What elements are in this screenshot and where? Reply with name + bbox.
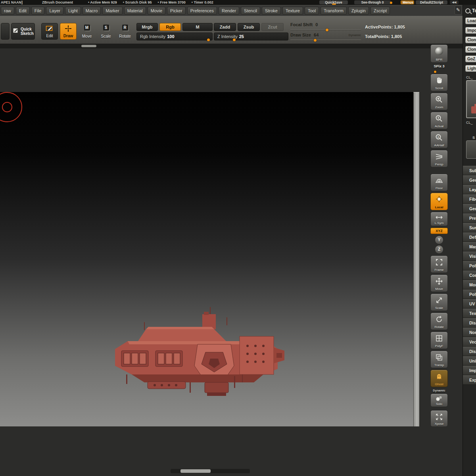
tool-panel-button[interactable]: Clone [465, 36, 476, 43]
menu-item[interactable]: Layer [46, 7, 63, 15]
tool-section-header[interactable]: Import [463, 366, 476, 375]
slider-handle[interactable] [434, 71, 436, 73]
model-spaceship[interactable] [108, 306, 286, 399]
tool-section-header[interactable]: FiberMesh [463, 194, 476, 204]
document-canvas[interactable] [0, 92, 413, 426]
draw-size-slider[interactable]: Draw Size 64 Dynamic [290, 33, 361, 40]
draw-mode-button[interactable]: Draw [60, 23, 77, 40]
tool-section-header[interactable]: Geometry [463, 175, 476, 185]
move-tool-button[interactable]: Move [430, 274, 448, 292]
menu-item[interactable]: Marker [102, 7, 122, 15]
menu-item[interactable]: Texture [282, 7, 303, 15]
slider-handle[interactable] [314, 39, 317, 42]
zoom-button[interactable]: Zoom [430, 93, 448, 110]
default-zscript-button[interactable]: DefaultZScript [416, 0, 447, 4]
spix-slider[interactable]: SPix 3 [430, 64, 448, 71]
shelf-stub-button[interactable] [1, 23, 10, 40]
polyf-button[interactable]: PolyF [430, 332, 448, 349]
tool-section-header[interactable]: Texture Map [463, 309, 476, 318]
xpose-button[interactable]: Xpose [430, 410, 448, 427]
tool-section-header[interactable]: Polygroups [463, 261, 476, 271]
menu-item[interactable]: Tool [305, 7, 319, 15]
tool-section-header[interactable]: Layers [463, 185, 476, 194]
bpr-button[interactable]: BPR [430, 44, 448, 63]
scale-tool-button[interactable]: Scale [430, 294, 448, 311]
aahalf-button[interactable]: A AAHalf [430, 131, 448, 148]
tool-section-header[interactable]: Masking [463, 242, 476, 251]
menu-item[interactable]: Movie [148, 7, 165, 15]
rgb-button[interactable]: Rgb [159, 23, 181, 31]
tool-panel-button[interactable]: GoZ [465, 56, 476, 62]
tool-section-header[interactable]: Vector Displacement [463, 337, 476, 347]
slider-handle[interactable] [207, 38, 210, 41]
scale-mode-button[interactable]: S Scale [98, 23, 114, 40]
quick-pick-box[interactable] [466, 140, 476, 159]
menu-item[interactable]: Macro [83, 7, 101, 15]
actual-button[interactable]: Actual [430, 112, 448, 129]
menu-item[interactable]: Light [65, 7, 81, 15]
tool-section-header[interactable]: Geometry HD [463, 204, 476, 213]
menu-item[interactable]: Picker [167, 7, 186, 15]
menu-item[interactable]: Preferences [187, 7, 217, 15]
quicksave-button[interactable]: QuickSave [319, 0, 348, 4]
rgb-intensity-slider[interactable]: Rgb Intensity100 [136, 33, 213, 40]
menu-item[interactable]: Zscript [370, 7, 390, 15]
menus-button[interactable]: Menus [401, 0, 414, 4]
floor-button[interactable]: Floor [430, 174, 448, 191]
transp-button[interactable]: Transp [430, 351, 448, 368]
canvas-horizontal-scrollbar[interactable] [171, 469, 250, 473]
local-button[interactable]: Local [430, 193, 448, 210]
tool-section-header[interactable]: Deformation [463, 232, 476, 242]
tool-section-header[interactable]: SubTool [463, 166, 476, 175]
lsym-button[interactable]: L.Sym [430, 212, 448, 226]
menu-item[interactable]: Stencil [241, 7, 260, 15]
focal-shift-slider[interactable]: Focal Shift 0 [290, 22, 361, 29]
m-button[interactable]: M [182, 23, 213, 31]
z-intensity-slider[interactable]: Z Intensity25 [214, 33, 288, 40]
tool-section-header[interactable]: Morph Target [463, 280, 476, 290]
menu-item[interactable]: Zplugin [348, 7, 369, 15]
tool-section-header[interactable]: UV Map [463, 299, 476, 309]
canvas-horizontal-scrollbar-thumb[interactable] [180, 469, 211, 473]
menu-item[interactable]: Edit [16, 7, 30, 15]
move-mode-button[interactable]: M Move [79, 23, 95, 40]
menu-item[interactable]: Stroke [262, 7, 281, 15]
zadd-button[interactable]: Zadd [214, 23, 236, 31]
tool-panel-button[interactable]: Clone [465, 46, 476, 53]
canvas-vertical-scrollbar[interactable] [413, 92, 419, 426]
y-axis-button[interactable]: Y [435, 236, 443, 244]
menu-item[interactable]: File [31, 7, 45, 15]
edit-mode-button[interactable]: Edit [41, 23, 58, 40]
shelf-scrollbar-thumb[interactable] [81, 45, 96, 47]
tool-section-header[interactable]: Preview [463, 213, 476, 223]
tool-section-header[interactable]: Surface [463, 223, 476, 232]
solo-button[interactable]: Solo [430, 393, 448, 407]
persp-button[interactable]: Persp [430, 150, 448, 167]
tool-section-header[interactable]: Normal Map [463, 328, 476, 337]
menu-item[interactable]: Material [124, 7, 146, 15]
rewind-icon[interactable]: ◀◀ [450, 0, 459, 4]
ghost-button[interactable]: Ghost [430, 370, 448, 387]
quick-sketch-button[interactable]: Quick Sketch [11, 23, 35, 40]
tool-section-header[interactable]: Display Properties [463, 347, 476, 356]
zcut-button[interactable]: Zcut [261, 23, 284, 31]
menu-item[interactable]: Transform [321, 7, 347, 15]
xyz-button[interactable]: XYZ [430, 228, 448, 234]
tool-section-header[interactable]: Export [463, 375, 476, 385]
tool-section-header[interactable]: Displacement Map [463, 318, 476, 328]
shelf-scrollbar[interactable] [0, 44, 463, 48]
scroll-button[interactable]: Scroll [430, 74, 448, 91]
rotate-tool-button[interactable]: Rotate [430, 313, 448, 330]
mrgb-button[interactable]: Mrgb [136, 23, 158, 31]
tool-preview-thumbnail[interactable] [466, 80, 476, 118]
tool-section-header[interactable]: Unified Skin [463, 356, 476, 366]
frame-button[interactable]: Frame [430, 255, 448, 273]
slider-handle[interactable] [233, 38, 236, 41]
menu-item[interactable]: Render [219, 7, 239, 15]
slider-handle[interactable] [326, 29, 328, 31]
tool-section-header[interactable]: Polypaint [463, 290, 476, 299]
slider-handle[interactable] [390, 2, 392, 4]
picker-pen-icon[interactable]: ✎ [455, 6, 462, 15]
tool-section-header[interactable]: Contact [463, 271, 476, 280]
tool-panel-button[interactable]: Lightbox [465, 65, 476, 72]
